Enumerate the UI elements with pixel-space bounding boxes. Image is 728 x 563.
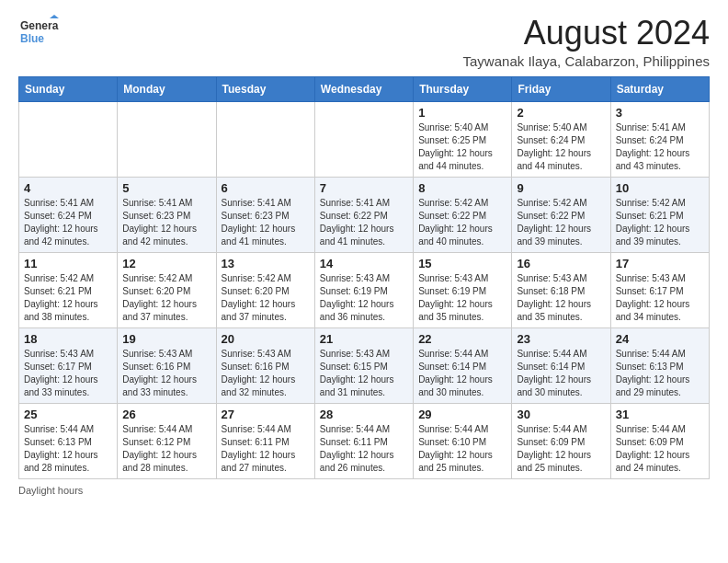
day-number: 11 xyxy=(24,257,112,270)
day-number: 8 xyxy=(418,181,506,195)
day-number: 23 xyxy=(517,332,605,346)
calendar-cell xyxy=(216,101,314,177)
logo: General Blue xyxy=(18,15,59,55)
calendar-table: SundayMondayTuesdayWednesdayThursdayFrid… xyxy=(18,76,710,479)
day-info: Sunrise: 5:43 AMSunset: 6:16 PMDaylight:… xyxy=(222,348,310,399)
day-number: 12 xyxy=(122,257,210,270)
days-header-row: SundayMondayTuesdayWednesdayThursdayFrid… xyxy=(19,76,710,101)
day-number: 31 xyxy=(616,408,704,421)
calendar-cell: 5Sunrise: 5:41 AMSunset: 6:23 PMDaylight… xyxy=(118,177,216,252)
day-number: 7 xyxy=(320,181,408,195)
calendar-cell: 27Sunrise: 5:44 AMSunset: 6:11 PMDayligh… xyxy=(216,403,314,478)
day-header-monday: Monday xyxy=(118,76,216,101)
calendar-cell: 11Sunrise: 5:42 AMSunset: 6:21 PMDayligh… xyxy=(19,252,118,327)
day-info: Sunrise: 5:41 AMSunset: 6:24 PMDaylight:… xyxy=(24,197,112,248)
day-number: 5 xyxy=(122,181,210,195)
day-number: 20 xyxy=(222,332,310,346)
calendar-cell: 3Sunrise: 5:41 AMSunset: 6:24 PMDaylight… xyxy=(610,101,709,177)
svg-text:General: General xyxy=(20,19,59,32)
day-number: 15 xyxy=(418,257,506,270)
calendar-cell: 9Sunrise: 5:42 AMSunset: 6:22 PMDaylight… xyxy=(512,177,610,252)
calendar-cell: 21Sunrise: 5:43 AMSunset: 6:15 PMDayligh… xyxy=(314,327,413,403)
calendar-header: SundayMondayTuesdayWednesdayThursdayFrid… xyxy=(19,76,710,101)
day-info: Sunrise: 5:42 AMSunset: 6:21 PMDaylight:… xyxy=(24,272,112,324)
calendar-cell: 25Sunrise: 5:44 AMSunset: 6:13 PMDayligh… xyxy=(19,403,118,478)
day-number: 19 xyxy=(122,332,210,346)
day-info: Sunrise: 5:43 AMSunset: 6:19 PMDaylight:… xyxy=(320,272,408,324)
day-header-tuesday: Tuesday xyxy=(216,76,314,101)
day-info: Sunrise: 5:43 AMSunset: 6:16 PMDaylight:… xyxy=(122,348,210,399)
calendar-week-1: 1Sunrise: 5:40 AMSunset: 6:25 PMDaylight… xyxy=(19,101,710,177)
day-number: 2 xyxy=(517,106,605,120)
day-info: Sunrise: 5:44 AMSunset: 6:11 PMDaylight:… xyxy=(222,423,310,475)
day-number: 27 xyxy=(222,408,310,421)
calendar-cell xyxy=(118,101,216,177)
page-header: General Blue August 2024 Taywanak Ilaya,… xyxy=(18,15,710,69)
day-info: Sunrise: 5:43 AMSunset: 6:15 PMDaylight:… xyxy=(320,348,408,399)
day-number: 22 xyxy=(418,332,506,346)
day-info: Sunrise: 5:44 AMSunset: 6:14 PMDaylight:… xyxy=(418,348,506,399)
calendar-cell: 24Sunrise: 5:44 AMSunset: 6:13 PMDayligh… xyxy=(610,327,709,403)
calendar-cell: 7Sunrise: 5:41 AMSunset: 6:22 PMDaylight… xyxy=(314,177,413,252)
day-info: Sunrise: 5:42 AMSunset: 6:21 PMDaylight:… xyxy=(616,197,704,248)
day-header-sunday: Sunday xyxy=(19,76,118,101)
day-info: Sunrise: 5:42 AMSunset: 6:20 PMDaylight:… xyxy=(122,272,210,324)
day-number: 18 xyxy=(24,332,112,346)
logo-svg: General Blue xyxy=(18,15,59,55)
day-header-saturday: Saturday xyxy=(610,76,709,101)
day-number: 26 xyxy=(122,408,210,421)
calendar-cell: 19Sunrise: 5:43 AMSunset: 6:16 PMDayligh… xyxy=(118,327,216,403)
day-info: Sunrise: 5:42 AMSunset: 6:20 PMDaylight:… xyxy=(222,272,310,324)
day-header-wednesday: Wednesday xyxy=(314,76,413,101)
day-info: Sunrise: 5:43 AMSunset: 6:18 PMDaylight:… xyxy=(517,272,605,324)
day-info: Sunrise: 5:41 AMSunset: 6:23 PMDaylight:… xyxy=(122,197,210,248)
calendar-cell: 4Sunrise: 5:41 AMSunset: 6:24 PMDaylight… xyxy=(19,177,118,252)
day-info: Sunrise: 5:42 AMSunset: 6:22 PMDaylight:… xyxy=(418,197,506,248)
svg-text:Blue: Blue xyxy=(20,32,44,45)
day-number: 16 xyxy=(517,257,605,270)
calendar-cell: 28Sunrise: 5:44 AMSunset: 6:11 PMDayligh… xyxy=(314,403,413,478)
calendar-week-3: 11Sunrise: 5:42 AMSunset: 6:21 PMDayligh… xyxy=(19,252,710,327)
day-info: Sunrise: 5:43 AMSunset: 6:17 PMDaylight:… xyxy=(24,348,112,399)
title-section: August 2024 Taywanak Ilaya, Calabarzon, … xyxy=(463,15,710,69)
day-info: Sunrise: 5:44 AMSunset: 6:13 PMDaylight:… xyxy=(24,423,112,475)
day-number: 25 xyxy=(24,408,112,421)
calendar-cell: 26Sunrise: 5:44 AMSunset: 6:12 PMDayligh… xyxy=(118,403,216,478)
calendar-body: 1Sunrise: 5:40 AMSunset: 6:25 PMDaylight… xyxy=(19,101,710,478)
calendar-cell: 23Sunrise: 5:44 AMSunset: 6:14 PMDayligh… xyxy=(512,327,610,403)
day-number: 13 xyxy=(222,257,310,270)
day-info: Sunrise: 5:40 AMSunset: 6:24 PMDaylight:… xyxy=(517,121,605,173)
calendar-cell: 22Sunrise: 5:44 AMSunset: 6:14 PMDayligh… xyxy=(414,327,512,403)
calendar-cell: 18Sunrise: 5:43 AMSunset: 6:17 PMDayligh… xyxy=(19,327,118,403)
footer-note: Daylight hours xyxy=(18,485,710,496)
calendar-cell: 17Sunrise: 5:43 AMSunset: 6:17 PMDayligh… xyxy=(610,252,709,327)
calendar-cell: 16Sunrise: 5:43 AMSunset: 6:18 PMDayligh… xyxy=(512,252,610,327)
day-info: Sunrise: 5:43 AMSunset: 6:19 PMDaylight:… xyxy=(418,272,506,324)
day-info: Sunrise: 5:44 AMSunset: 6:12 PMDaylight:… xyxy=(122,423,210,475)
day-info: Sunrise: 5:44 AMSunset: 6:10 PMDaylight:… xyxy=(418,423,506,475)
calendar-cell xyxy=(314,101,413,177)
day-number: 21 xyxy=(320,332,408,346)
day-number: 1 xyxy=(418,106,506,120)
day-info: Sunrise: 5:41 AMSunset: 6:24 PMDaylight:… xyxy=(616,121,704,173)
day-number: 30 xyxy=(517,408,605,421)
day-info: Sunrise: 5:44 AMSunset: 6:09 PMDaylight:… xyxy=(517,423,605,475)
day-number: 10 xyxy=(616,181,704,195)
calendar-cell: 2Sunrise: 5:40 AMSunset: 6:24 PMDaylight… xyxy=(512,101,610,177)
calendar-cell: 30Sunrise: 5:44 AMSunset: 6:09 PMDayligh… xyxy=(512,403,610,478)
page-title: August 2024 xyxy=(463,15,710,52)
day-info: Sunrise: 5:43 AMSunset: 6:17 PMDaylight:… xyxy=(616,272,704,324)
calendar-cell: 14Sunrise: 5:43 AMSunset: 6:19 PMDayligh… xyxy=(314,252,413,327)
calendar-week-4: 18Sunrise: 5:43 AMSunset: 6:17 PMDayligh… xyxy=(19,327,710,403)
day-header-thursday: Thursday xyxy=(414,76,512,101)
day-number: 28 xyxy=(320,408,408,421)
calendar-cell: 8Sunrise: 5:42 AMSunset: 6:22 PMDaylight… xyxy=(414,177,512,252)
day-number: 14 xyxy=(320,257,408,270)
calendar-cell: 31Sunrise: 5:44 AMSunset: 6:09 PMDayligh… xyxy=(610,403,709,478)
day-info: Sunrise: 5:42 AMSunset: 6:22 PMDaylight:… xyxy=(517,197,605,248)
day-info: Sunrise: 5:41 AMSunset: 6:22 PMDaylight:… xyxy=(320,197,408,248)
day-info: Sunrise: 5:44 AMSunset: 6:14 PMDaylight:… xyxy=(517,348,605,399)
calendar-cell: 1Sunrise: 5:40 AMSunset: 6:25 PMDaylight… xyxy=(414,101,512,177)
day-info: Sunrise: 5:41 AMSunset: 6:23 PMDaylight:… xyxy=(222,197,310,248)
calendar-cell: 15Sunrise: 5:43 AMSunset: 6:19 PMDayligh… xyxy=(414,252,512,327)
